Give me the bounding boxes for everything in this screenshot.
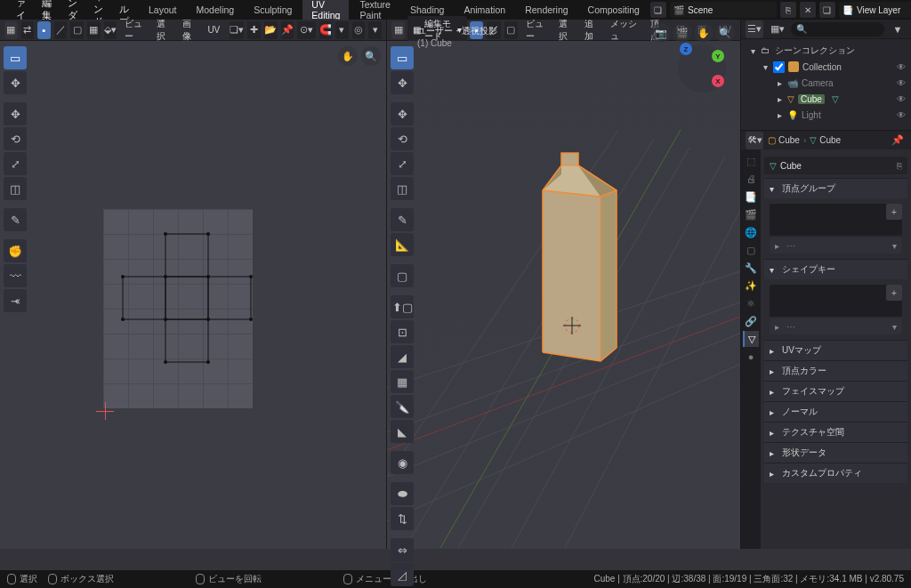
eye-icon[interactable]: 👁 bbox=[895, 78, 907, 88]
panel-tex-space[interactable]: ▸テクスチャ空間 bbox=[764, 423, 907, 442]
viewlayer-name-input[interactable] bbox=[857, 5, 911, 15]
tool-grab[interactable]: ✊ bbox=[4, 239, 27, 262]
zoom-view-button[interactable]: 🔍 bbox=[715, 23, 735, 43]
mesh-name-field[interactable]: ▽ ⎘ bbox=[764, 157, 907, 174]
outliner-filter-button[interactable]: ▼ bbox=[889, 20, 907, 38]
uv-header-uvs[interactable]: UV bbox=[202, 23, 225, 36]
tool-cursor[interactable]: ✥ bbox=[4, 71, 27, 94]
tab-physics[interactable]: ⚛ bbox=[743, 295, 759, 311]
uv-edge-select-mode[interactable]: ／ bbox=[54, 21, 68, 39]
uv-island-select-mode[interactable]: ▦ bbox=[87, 21, 101, 39]
tool-rotate[interactable]: ⟲ bbox=[4, 127, 27, 150]
tree-cube[interactable]: ▸ ▽ Cube ▽ 👁 bbox=[745, 91, 907, 107]
tab-object-data[interactable]: ▽ bbox=[743, 331, 759, 347]
navigation-gizmo[interactable]: Z Y X bbox=[678, 44, 726, 93]
scene-name-field[interactable]: 🎬 bbox=[670, 2, 777, 18]
uv-header-view[interactable]: ビュー bbox=[119, 16, 149, 44]
axis-x-icon[interactable]: X bbox=[712, 75, 724, 87]
tool-shrink-fatten[interactable]: ⇔ bbox=[391, 538, 414, 561]
tool-scale-3d[interactable]: ⤢ bbox=[391, 152, 414, 175]
uv-header-image[interactable]: 画像 bbox=[177, 16, 201, 44]
panel-custom-props[interactable]: ▸カスタムプロパティ bbox=[764, 463, 907, 483]
tab-constraints[interactable]: 🔗 bbox=[743, 313, 759, 329]
eye-icon[interactable]: 👁 bbox=[895, 110, 907, 120]
panel-geom-data[interactable]: ▸形状データ bbox=[764, 443, 907, 463]
uv-zoom-button[interactable]: 🔍 bbox=[361, 46, 381, 66]
tool-select-box[interactable]: ▭ bbox=[4, 46, 27, 69]
pivot-selector[interactable]: ⊙▾ bbox=[297, 21, 315, 39]
face-select-mode[interactable]: ▢ bbox=[504, 21, 518, 39]
tool-transform[interactable]: ◫ bbox=[4, 177, 27, 200]
tree-scene-collection[interactable]: ▾ 🗀 シーンコレクション bbox=[745, 43, 907, 59]
vertex-groups-list[interactable] bbox=[770, 204, 902, 236]
vp-header-add[interactable]: 追加 bbox=[579, 16, 603, 44]
tab-object[interactable]: ▢ bbox=[743, 242, 759, 258]
tool-loop-cut[interactable]: ▦ bbox=[391, 370, 414, 393]
tool-shear[interactable]: ◿ bbox=[391, 563, 414, 586]
proportional-edit-toggle[interactable]: ◎ bbox=[352, 21, 366, 39]
tab-material[interactable]: ● bbox=[743, 349, 759, 365]
tree-camera[interactable]: ▸ 📹 Camera 👁 bbox=[745, 75, 907, 91]
panel-shape-keys[interactable]: ▾シェイプキー bbox=[764, 260, 907, 279]
outliner-search[interactable]: 🔍 bbox=[791, 22, 884, 36]
tool-knife[interactable]: 🔪 bbox=[391, 395, 414, 418]
editor-type-selector-3d[interactable]: ▦ bbox=[391, 21, 405, 39]
tab-scene[interactable]: 🎬 bbox=[743, 206, 759, 222]
viewport-3d-space[interactable] bbox=[387, 41, 740, 549]
tool-measure[interactable]: 📐 bbox=[391, 233, 414, 256]
add-shape-key-button[interactable]: + bbox=[886, 285, 902, 301]
tree-collection[interactable]: ▾ Collection 👁 bbox=[745, 59, 907, 75]
properties-type-selector[interactable]: 🛠▾ bbox=[746, 132, 763, 149]
tool-rotate-3d[interactable]: ⟲ bbox=[391, 127, 414, 150]
proportional-falloff-selector[interactable]: ▾ bbox=[368, 21, 382, 39]
outliner-search-input[interactable] bbox=[807, 24, 879, 34]
tool-scale[interactable]: ⤢ bbox=[4, 152, 27, 175]
uv-editor[interactable]: ▦ ⇄ ▪ ／ ▢ ▦ ⬙▾ ビュー 選択 画像 UV ❏▾ ✚ 📂 📌 ⊙▾ … bbox=[0, 20, 387, 549]
tool-select-box-3d[interactable]: ▭ bbox=[391, 46, 414, 69]
vp-header-view[interactable]: ビュー bbox=[520, 16, 552, 44]
scene-name-input[interactable] bbox=[688, 5, 750, 15]
pin-panel-button[interactable]: 📌 bbox=[889, 132, 907, 149]
tab-render[interactable]: ⬚ bbox=[743, 153, 759, 169]
vertex-group-specials[interactable]: ▸⋯▾ bbox=[770, 238, 902, 254]
disclosure-icon[interactable]: ▸ bbox=[775, 110, 784, 120]
open-image-button[interactable]: 📂 bbox=[264, 21, 278, 39]
eye-icon[interactable]: 👁 bbox=[895, 94, 907, 104]
tool-smooth[interactable]: ⬬ bbox=[391, 482, 414, 505]
tab-sculpting[interactable]: Sculpting bbox=[245, 2, 301, 18]
tab-viewlayer[interactable]: 📑 bbox=[743, 189, 759, 205]
tool-bevel[interactable]: ◢ bbox=[391, 345, 414, 368]
sync-selection-toggle[interactable]: ⇄ bbox=[21, 21, 35, 39]
uv-vertex-select-mode[interactable]: ▪ bbox=[37, 21, 51, 39]
outliner-type-selector[interactable]: ☰▾ bbox=[746, 20, 763, 38]
axis-z-icon[interactable]: Z bbox=[680, 43, 692, 55]
tool-extrude-region[interactable]: ⬆▢ bbox=[391, 295, 414, 318]
uv-pan-button[interactable]: ✋ bbox=[338, 46, 358, 66]
outliner-tree[interactable]: ▾ 🗀 シーンコレクション ▾ Collection 👁 ▸ 📹 Camera … bbox=[741, 39, 911, 130]
editor-type-selector[interactable]: ▦ bbox=[4, 21, 18, 39]
camera-view-button[interactable]: 📷 bbox=[651, 23, 671, 43]
outliner-display-selector[interactable]: ▦▾ bbox=[769, 20, 786, 38]
tool-annotate[interactable]: ✎ bbox=[4, 208, 27, 231]
tab-output[interactable]: 🖨 bbox=[743, 171, 759, 187]
axis-y-icon[interactable]: Y bbox=[712, 50, 724, 62]
tool-relax[interactable]: 〰 bbox=[4, 264, 27, 287]
tool-add-cube[interactable]: ▢ bbox=[391, 264, 414, 287]
tool-move-3d[interactable]: ✥ bbox=[391, 102, 414, 125]
new-image-button[interactable]: ✚ bbox=[247, 21, 261, 39]
add-vertex-group-button[interactable]: + bbox=[886, 204, 902, 220]
uv-header-select[interactable]: 選択 bbox=[151, 16, 175, 44]
disclosure-icon[interactable]: ▸ bbox=[775, 78, 784, 88]
tool-annotate-3d[interactable]: ✎ bbox=[391, 208, 414, 231]
tool-spin[interactable]: ◉ bbox=[391, 451, 414, 474]
mesh-name-input[interactable] bbox=[780, 161, 893, 171]
tab-world[interactable]: 🌐 bbox=[743, 224, 759, 240]
panel-normals[interactable]: ▸ノーマル bbox=[764, 402, 907, 422]
shape-key-specials[interactable]: ▸⋯▾ bbox=[770, 318, 902, 334]
vp-header-mesh[interactable]: メッシュ bbox=[605, 16, 643, 44]
tool-transform-3d[interactable]: ◫ bbox=[391, 177, 414, 200]
collection-checkbox[interactable] bbox=[773, 61, 785, 73]
panel-vertex-groups[interactable]: ▾頂点グループ bbox=[764, 179, 907, 198]
image-browse-button[interactable]: ❏▾ bbox=[230, 21, 244, 39]
tool-inset[interactable]: ⊡ bbox=[391, 320, 414, 343]
